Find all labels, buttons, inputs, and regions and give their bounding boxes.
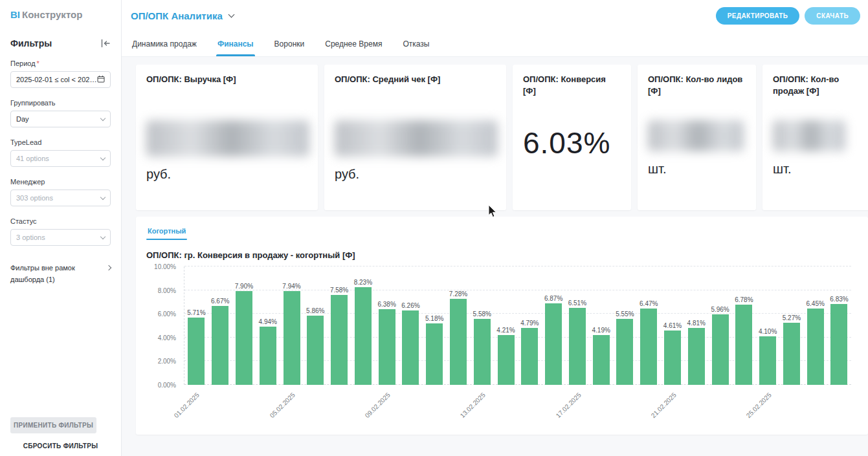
bar[interactable] [284,291,300,385]
bar-slot: 5.96% [708,266,732,385]
reset-filters-button[interactable]: СБРОСИТЬ ФИЛЬТРЫ [23,442,98,450]
filter-control[interactable]: 41 options [10,150,111,167]
kpi-card: ОП/ОПК: Кол-во продаж [Ф] шт. [762,65,868,210]
redacted-value [335,120,498,157]
y-tick-label: 2.00% [158,358,176,365]
filter-control[interactable]: Day [10,111,111,127]
bar[interactable] [569,308,586,385]
bar-value-label: 5.71% [187,309,205,316]
bar[interactable] [664,331,681,385]
x-slot: 09.02.2025 [375,385,399,428]
main-tab[interactable]: Воронки [273,31,306,56]
bar[interactable] [331,295,348,385]
main-tab[interactable]: Среднее Время [324,31,383,56]
chevron-down-icon [100,115,106,120]
bar[interactable] [688,328,705,385]
y-tick-label: 4.00% [158,334,176,341]
kpi-card: ОП/ОПК: Средний чек [Ф] руб. [324,65,506,210]
bar-value-label: 5.96% [711,306,729,313]
bar-value-label: 7.58% [330,287,348,294]
x-slot [780,385,804,428]
filter-control[interactable]: 303 options [10,190,111,206]
tab-cohort[interactable]: Когортный [146,224,187,240]
kpi-unit: шт. [773,162,868,177]
bar-slot: 5.71% [184,266,208,385]
bar-value-label: 5.27% [783,314,801,321]
kpi-title: ОП/ОПК: Средний чек [Ф] [335,74,496,85]
sidebar: BIКонструктор Фильтры Период* 2025-02-01… [0,0,122,456]
kpi-body: руб. [146,120,307,182]
filter-label: Группировать [10,99,111,107]
kpi-row: ОП/ОПК: Выручка [Ф] руб. ОП/ОПК: Средний… [136,65,868,210]
content: ОП/ОПК: Выручка [Ф] руб. ОП/ОПК: Средний… [122,57,868,456]
edit-button[interactable]: РЕДАКТИРОВАТЬ [716,7,800,25]
main-tab[interactable]: Динамика продаж [131,31,198,56]
bar[interactable] [355,287,372,385]
chart-x-axis: 01.02.202505.02.202509.02.202513.02.2025… [184,385,851,428]
bar[interactable] [616,319,633,385]
x-slot [613,385,637,428]
topbar-actions: РЕДАКТИРОВАТЬ СКАЧАТЬ [716,7,860,25]
filter-control[interactable]: 2025-02-01 ≤ col < 2025... [10,71,111,88]
logo-bi: BI [10,9,20,20]
bar[interactable] [521,328,538,385]
outer-filters-link[interactable]: Фильтры вне рамок дашборда (1) [10,263,111,285]
collapse-sidebar-icon[interactable] [100,39,111,48]
main-tab[interactable]: Отказы [401,31,430,56]
chevron-down-icon [100,155,106,160]
bar[interactable] [236,291,252,385]
y-tick-label: 6.00% [158,310,176,318]
bar-value-label: 7.90% [235,283,253,290]
bar[interactable] [807,309,824,385]
bar[interactable] [783,323,800,385]
sidebar-actions: ПРИМЕНИТЬ ФИЛЬТРЫ СБРОСИТЬ ФИЛЬТРЫ [10,417,111,451]
bar-value-label: 6.87% [544,295,562,302]
bar[interactable] [307,316,324,385]
download-button[interactable]: СКАЧАТЬ [805,7,860,25]
bar-value-label: 6.83% [830,296,848,303]
bar[interactable] [379,309,395,385]
x-slot [589,385,613,428]
chart-tabs: Когортный [146,224,858,243]
x-slot [232,385,256,428]
filter-value: 303 options [16,194,53,202]
bar[interactable] [450,299,467,385]
dashboard-title[interactable]: ОП/ОПК Аналитика [131,10,234,21]
bar-slot: 5.86% [304,266,328,385]
bar[interactable] [545,303,562,385]
bar-value-label: 4.61% [663,322,682,329]
chart-y-axis: 0.00%2.00%4.00%6.00%8.00%10.00% [146,266,184,385]
bar-slot: 6.67% [208,266,232,385]
x-slot [494,385,518,428]
kpi-title: ОП/ОПК: Кол-во лидов [Ф] [648,74,746,97]
redacted-value [146,120,309,157]
bar[interactable] [402,310,419,385]
filter-control[interactable]: 3 options [10,229,111,246]
bar[interactable] [188,318,205,385]
bar-slot: 6.26% [399,266,423,385]
bar[interactable] [474,319,491,385]
bar[interactable] [759,336,776,385]
bar[interactable] [212,306,228,385]
chevron-right-icon [106,265,111,270]
filter-label: Менеджер [10,178,111,186]
apply-filters-button[interactable]: ПРИМЕНИТЬ ФИЛЬТРЫ [10,417,96,433]
bar[interactable] [498,335,515,385]
bar-slot: 7.94% [280,266,304,385]
bar[interactable] [593,335,610,385]
bar-slot: 7.90% [232,266,256,385]
bar[interactable] [640,309,657,385]
bar[interactable] [830,304,847,385]
filter-label: Стастус [10,217,111,225]
main-tab[interactable]: Финансы [216,31,255,56]
main-area: ОП/ОПК Аналитика РЕДАКТИРОВАТЬ СКАЧАТЬ Д… [122,0,868,456]
kpi-body: 6.03% [523,120,621,160]
bar[interactable] [735,305,752,385]
bar[interactable] [712,314,729,385]
app-logo[interactable]: BIКонструктор [10,9,111,20]
bar-slot: 4.21% [494,266,518,385]
bar[interactable] [426,323,443,385]
filter-list: Период* 2025-02-01 ≤ col < 2025... Групп… [10,60,111,246]
bar[interactable] [260,327,276,385]
chart-bars: 5.71%6.67%7.90%4.94%7.94%5.86%7.58%8.23%… [184,266,851,385]
